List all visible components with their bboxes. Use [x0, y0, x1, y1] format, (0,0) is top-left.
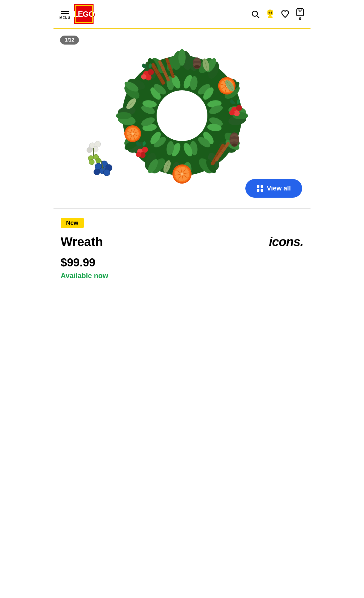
wishlist-button[interactable] [281, 10, 290, 19]
svg-point-22 [103, 169, 110, 176]
svg-point-142 [136, 152, 141, 157]
grid-cell-2 [261, 185, 263, 188]
svg-point-134 [141, 74, 146, 80]
svg-point-16 [89, 159, 94, 165]
svg-point-136 [236, 105, 242, 111]
svg-point-148 [232, 144, 237, 147]
svg-rect-7 [268, 16, 273, 18]
svg-point-133 [146, 74, 152, 80]
new-badge: New [61, 218, 84, 228]
account-button[interactable] [266, 10, 275, 19]
grid-cell-4 [261, 189, 263, 192]
view-all-label: View all [267, 184, 291, 192]
wreath-svg [80, 35, 284, 202]
menu-label: MENU [59, 16, 70, 19]
lego-logo[interactable]: LEGO [74, 4, 94, 24]
menu-bar-3 [61, 13, 69, 14]
svg-point-21 [94, 169, 100, 175]
search-button[interactable] [251, 10, 260, 19]
product-price: $99.99 [61, 256, 303, 269]
grid-cell-3 [257, 189, 259, 192]
svg-point-55 [116, 112, 131, 119]
menu-bar-1 [61, 9, 69, 10]
product-title: Wreath [61, 235, 103, 249]
svg-line-1 [257, 16, 259, 18]
svg-point-26 [178, 49, 186, 66]
svg-point-138 [229, 110, 235, 115]
menu-bar-2 [61, 11, 69, 12]
availability-status: Available now [61, 271, 303, 280]
svg-point-137 [234, 110, 240, 116]
svg-rect-6 [269, 15, 272, 16]
header-left: MENU LEGO [59, 4, 94, 24]
grid-icon [257, 185, 263, 192]
product-title-row: Wreath icons. [61, 235, 303, 249]
header-right: 0 [251, 7, 305, 21]
menu-button[interactable]: MENU [59, 9, 70, 20]
cart-count: 0 [299, 16, 301, 21]
product-info-section: New Wreath icons. $99.99 Available now [53, 209, 311, 288]
grid-cell-1 [257, 185, 259, 188]
svg-point-153 [194, 65, 200, 68]
product-image-section: 1/12 [53, 29, 311, 209]
svg-rect-2 [267, 10, 273, 15]
bag-icon [296, 7, 305, 16]
svg-point-132 [148, 69, 154, 75]
view-all-button[interactable]: View all [245, 179, 302, 198]
wreath-image [80, 35, 284, 202]
search-icon [251, 10, 260, 19]
svg-point-140 [142, 147, 148, 153]
icons-theme-logo: icons. [269, 235, 303, 249]
svg-point-3 [268, 11, 270, 13]
logo-text: LEGO [74, 10, 94, 19]
cart-button[interactable]: 0 [296, 7, 305, 21]
heart-icon [281, 10, 290, 19]
header: MENU LEGO [53, 0, 311, 29]
image-counter: 1/12 [60, 36, 79, 45]
svg-point-15 [96, 158, 101, 163]
icons-text: icons. [269, 235, 303, 249]
svg-point-11 [87, 147, 92, 153]
svg-point-4 [270, 11, 272, 13]
minifig-icon [266, 10, 275, 19]
